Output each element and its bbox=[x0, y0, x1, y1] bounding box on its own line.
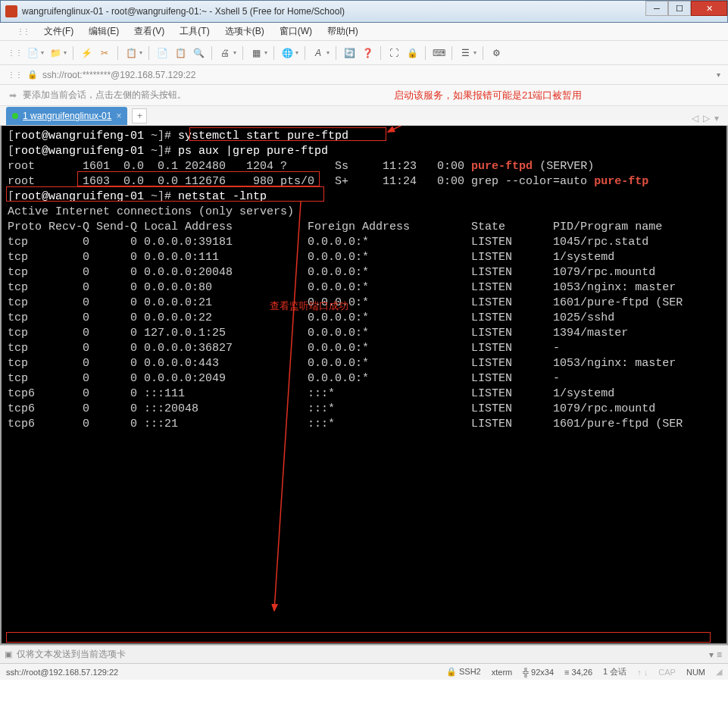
annotation-start-service: 启动该服务，如果报错可能是21端口被暂用 bbox=[394, 89, 582, 102]
window-title: wangruifenglinux-01 - root@wangruifeng-0… bbox=[22, 6, 345, 17]
status-connection: ssh://root@192.168.57.129:22 bbox=[6, 668, 118, 677]
compose-icon[interactable]: ▣ bbox=[5, 649, 12, 659]
status-sessions: 1 会话 bbox=[603, 666, 626, 677]
toolbar: ⋮⋮ 📄▾ 📁▾ ⚡ ✂ 📋▾ 📄 📋 🔍 🖨▾ ▦▾ 🌐▾ A▾ 🔄 ❓ ⛶ … bbox=[0, 41, 728, 65]
status-arrows: ↑ ↓ bbox=[637, 668, 648, 677]
address-text[interactable]: ssh://root:********@192.168.57.129:22 bbox=[42, 70, 195, 80]
copy-icon[interactable]: 📄 bbox=[154, 45, 170, 61]
status-term: xterm bbox=[492, 668, 513, 677]
tab-status-dot-icon bbox=[12, 113, 18, 119]
globe-icon[interactable]: 🌐 bbox=[279, 45, 295, 61]
settings-icon[interactable]: ⚙ bbox=[488, 45, 505, 61]
app-icon bbox=[5, 5, 17, 17]
menu-tabs[interactable]: 选项卡(B) bbox=[219, 23, 270, 39]
status-bar: ssh://root@192.168.57.129:22 🔒 SSH2 xter… bbox=[0, 663, 728, 680]
hint-arrow-icon[interactable]: ➡ bbox=[8, 90, 18, 101]
ssl-lock-icon: 🔒 bbox=[27, 70, 38, 80]
tab-list-icon[interactable]: ▾ bbox=[713, 111, 720, 125]
menu-view[interactable]: 查看(V) bbox=[128, 23, 170, 39]
terminal-text[interactable]: [root@wangruifeng-01 ~]# systemctl start… bbox=[8, 129, 720, 432]
hint-bar: ➡ 要添加当前会话，点击左侧的箭头按钮。 启动该服务，如果报错可能是21端口被暂… bbox=[0, 85, 728, 106]
toolbar-grip[interactable]: ⋮⋮ bbox=[8, 48, 23, 57]
menu-bar: ⋮⋮ 文件(F) 编辑(E) 查看(V) 工具(T) 选项卡(B) 窗口(W) … bbox=[0, 23, 728, 41]
menu-tools[interactable]: 工具(T) bbox=[173, 23, 215, 39]
lock-icon[interactable]: 🔒 bbox=[404, 45, 420, 61]
compose-bar: ▣ 仅将文本发送到当前选项卡 ▾ ≡ bbox=[0, 645, 728, 663]
tab-close-icon[interactable]: × bbox=[116, 111, 121, 121]
menubar-grip[interactable]: ⋮⋮ bbox=[11, 26, 35, 37]
status-ssh-icon: 🔒 SSH2 bbox=[446, 667, 481, 677]
paste-icon[interactable]: 📋 bbox=[172, 45, 189, 61]
address-bar: ⋮⋮ 🔒 ssh://root:********@192.168.57.129:… bbox=[0, 65, 728, 85]
layout-icon[interactable]: ▦ bbox=[248, 45, 264, 61]
find-icon[interactable]: 🔍 bbox=[190, 45, 207, 61]
status-cap: CAP bbox=[658, 668, 676, 677]
properties-icon[interactable]: 📋 bbox=[123, 45, 139, 61]
address-dropdown-icon[interactable]: ▾ bbox=[717, 70, 720, 79]
window-titlebar: wangruifenglinux-01 - root@wangruifeng-0… bbox=[0, 0, 728, 23]
menu-edit[interactable]: 编辑(E) bbox=[83, 23, 125, 39]
terminal-output[interactable]: [root@wangruifeng-01 ~]# systemctl start… bbox=[0, 126, 728, 645]
window-close-button[interactable]: ✕ bbox=[691, 1, 727, 16]
status-size: ╬ 92x34 bbox=[523, 668, 554, 677]
hint-text: 要添加当前会话，点击左侧的箭头按钮。 bbox=[23, 89, 186, 102]
status-cursor-pos: ≡ 34,26 bbox=[564, 668, 592, 677]
keyboard-icon[interactable]: ⌨ bbox=[430, 45, 447, 61]
redbox-last-row bbox=[6, 632, 711, 643]
session-tab[interactable]: 1 wangruifenglinux-01 × bbox=[6, 107, 127, 125]
tab-add-button[interactable]: + bbox=[132, 108, 147, 124]
new-session-icon[interactable]: 📄 bbox=[24, 45, 41, 61]
compose-dropdown-icon[interactable]: ▾ bbox=[709, 649, 714, 660]
menu-help[interactable]: 帮助(H) bbox=[321, 23, 364, 39]
refresh-icon[interactable]: 🔄 bbox=[341, 45, 358, 61]
list-icon[interactable]: ☰ bbox=[457, 45, 473, 61]
tab-prev-icon[interactable]: ◁ bbox=[690, 111, 700, 125]
annotation-listen-ok: 查看监听端口成功 bbox=[270, 299, 348, 314]
reconnect-icon[interactable]: ⚡ bbox=[78, 45, 95, 61]
window-minimize-button[interactable]: ─ bbox=[645, 1, 668, 16]
tab-bar: 1 wangruifenglinux-01 × + ◁ ▷ ▾ bbox=[0, 106, 728, 126]
addressbar-grip[interactable]: ⋮⋮ bbox=[8, 70, 23, 79]
window-maximize-button[interactable]: ☐ bbox=[668, 1, 691, 16]
print-icon[interactable]: 🖨 bbox=[217, 45, 233, 61]
disconnect-icon[interactable]: ✂ bbox=[96, 45, 113, 61]
fullscreen-icon[interactable]: ⛶ bbox=[386, 45, 402, 61]
compose-hint[interactable]: 仅将文本发送到当前选项卡 bbox=[17, 648, 126, 661]
open-folder-icon[interactable]: 📁 bbox=[47, 45, 64, 61]
status-num: NUM bbox=[686, 668, 705, 677]
tab-next-icon[interactable]: ▷ bbox=[701, 111, 711, 125]
compose-menu-icon[interactable]: ≡ bbox=[717, 649, 722, 660]
tab-label: 1 wangruifenglinux-01 bbox=[23, 111, 111, 121]
menu-window[interactable]: 窗口(W) bbox=[273, 23, 318, 39]
font-icon[interactable]: A bbox=[310, 45, 327, 61]
menu-file[interactable]: 文件(F) bbox=[38, 23, 80, 39]
status-resize-grip-icon[interactable]: ◢ bbox=[716, 667, 722, 677]
help-icon[interactable]: ❓ bbox=[359, 45, 376, 61]
